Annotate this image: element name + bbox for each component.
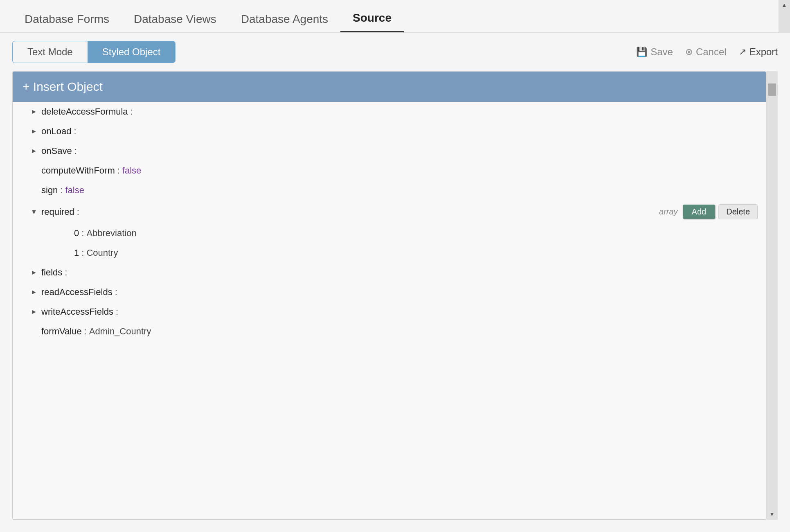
chevron-right-icon[interactable]: ► bbox=[29, 287, 39, 297]
key-onLoad: onLoad bbox=[41, 126, 71, 137]
export-icon: ↗ bbox=[739, 47, 746, 57]
export-button[interactable]: ↗ Export bbox=[739, 46, 778, 58]
value-formValue: Admin_Country bbox=[89, 326, 151, 337]
main-area: + Insert Object ► deleteAccessFormula : … bbox=[0, 71, 790, 532]
tree-row: 0 : Abbreviation bbox=[13, 223, 766, 243]
tab-database-forms[interactable]: Database Forms bbox=[12, 13, 122, 32]
value-computeWithForm: false bbox=[122, 165, 141, 176]
cancel-label: Cancel bbox=[696, 46, 727, 58]
key-index-0: 0 bbox=[74, 228, 79, 239]
scroll-down-icon: ▼ bbox=[770, 512, 774, 517]
mode-toggle: Text Mode Styled Object bbox=[12, 41, 176, 63]
tree-row: ► readAccessFields : bbox=[13, 282, 766, 302]
toolbar: Text Mode Styled Object 💾 Save ⊗ Cancel … bbox=[0, 33, 790, 71]
key-fields: fields bbox=[41, 267, 62, 278]
toolbar-actions: 💾 Save ⊗ Cancel ↗ Export bbox=[636, 46, 778, 58]
tree-row: ► onSave : bbox=[13, 141, 766, 161]
export-label: Export bbox=[749, 46, 778, 58]
tab-source[interactable]: Source bbox=[340, 11, 404, 32]
cancel-icon: ⊗ bbox=[685, 47, 693, 57]
key-onSave: onSave bbox=[41, 146, 72, 156]
tab-database-agents[interactable]: Database Agents bbox=[229, 13, 340, 32]
key-computeWithForm: computeWithForm bbox=[41, 165, 115, 176]
tree-row: computeWithForm : false bbox=[13, 161, 766, 180]
key-index-1: 1 bbox=[74, 248, 79, 258]
delete-button[interactable]: Delete bbox=[718, 204, 758, 219]
chevron-right-icon[interactable]: ► bbox=[29, 307, 39, 317]
array-label: array bbox=[659, 207, 678, 216]
tree-row: ► fields : bbox=[13, 263, 766, 282]
editor-container: + Insert Object ► deleteAccessFormula : … bbox=[12, 71, 766, 520]
key-writeAccessFields: writeAccessFields bbox=[41, 307, 113, 317]
tree-row: ► onLoad : bbox=[13, 122, 766, 141]
value-index-1: Country bbox=[86, 248, 118, 258]
key-deleteAccessFormula: deleteAccessFormula bbox=[41, 106, 128, 117]
right-scrollbar[interactable]: ▼ bbox=[766, 71, 778, 520]
value-sign: false bbox=[65, 185, 84, 196]
add-button[interactable]: Add bbox=[683, 205, 716, 219]
key-readAccessFields: readAccessFields bbox=[41, 287, 113, 298]
tree-row: sign : false bbox=[13, 180, 766, 200]
tab-database-views[interactable]: Database Views bbox=[122, 13, 229, 32]
tree-row: formValue : Admin_Country bbox=[13, 322, 766, 341]
tree-row: ► writeAccessFields : bbox=[13, 302, 766, 322]
key-formValue: formValue bbox=[41, 326, 82, 337]
text-mode-button[interactable]: Text Mode bbox=[13, 41, 88, 63]
tree-row-required: ▼ required : array Add Delete bbox=[13, 200, 766, 223]
required-actions: array Add Delete bbox=[659, 204, 766, 219]
chevron-right-icon[interactable]: ► bbox=[29, 268, 39, 277]
top-navigation: Database Forms Database Views Database A… bbox=[0, 0, 790, 33]
scrollbar-thumb[interactable] bbox=[768, 83, 776, 96]
chevron-right-icon[interactable]: ► bbox=[29, 107, 39, 117]
save-button[interactable]: 💾 Save bbox=[636, 46, 673, 58]
save-label: Save bbox=[650, 46, 673, 58]
scroll-top-arrow[interactable]: ▲ bbox=[779, 0, 790, 33]
cancel-button[interactable]: ⊗ Cancel bbox=[685, 46, 727, 58]
insert-object-label: + Insert Object bbox=[23, 80, 103, 94]
value-index-0: Abbreviation bbox=[86, 228, 136, 239]
insert-object-bar[interactable]: + Insert Object bbox=[13, 72, 766, 102]
key-sign: sign bbox=[41, 185, 58, 196]
chevron-right-icon[interactable]: ► bbox=[29, 126, 39, 136]
tree-row: 1 : Country bbox=[13, 243, 766, 263]
save-icon: 💾 bbox=[636, 47, 647, 57]
styled-object-button[interactable]: Styled Object bbox=[88, 41, 176, 63]
key-required: required bbox=[41, 207, 74, 217]
chevron-right-icon[interactable]: ► bbox=[29, 146, 39, 156]
scroll-up-icon: ▲ bbox=[781, 2, 787, 8]
chevron-down-icon[interactable]: ▼ bbox=[29, 207, 39, 217]
tree-row: ► deleteAccessFormula : bbox=[13, 102, 766, 122]
object-tree: ► deleteAccessFormula : ► onLoad : ► onS… bbox=[13, 102, 766, 519]
